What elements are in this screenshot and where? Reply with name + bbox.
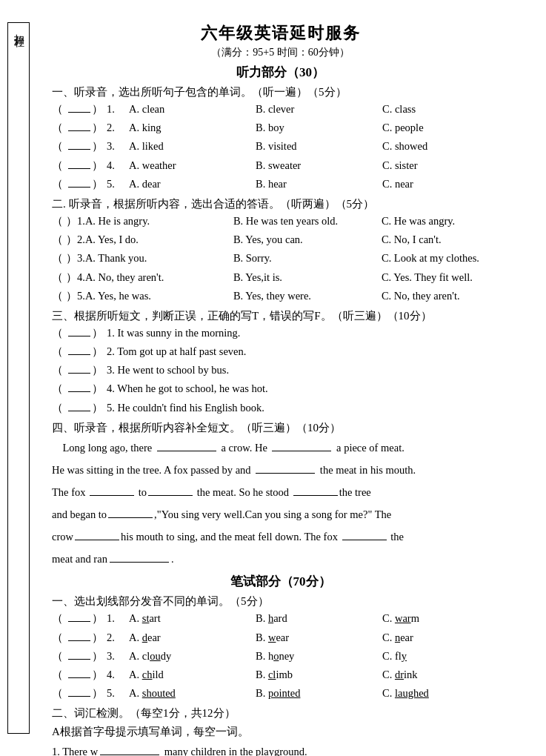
- p3-q4: （） 4. When he got to school, he was hot.: [52, 380, 509, 397]
- p5-q3: （） 3. A. cloudy B. honey C. fly: [52, 648, 509, 665]
- subtitle: （满分：95+5 时间：60分钟）: [52, 46, 509, 59]
- p3-q3: （） 3. He went to school by bus.: [52, 362, 509, 379]
- p3-q5: （） 5. He couldn't find his English book.: [52, 399, 509, 417]
- score-bar: 扣分栏: [7, 22, 30, 734]
- part1-title: 一、听录音，选出所听句子包含的单词。（听一遍）（5分）: [52, 85, 509, 99]
- part4-para3: The fox to the meat. So he stood the tre…: [52, 483, 509, 502]
- p5-q2: （） 2. A. dear B. wear C. near: [52, 629, 509, 646]
- main-title: 六年级英语延时服务: [52, 22, 509, 44]
- title-section: 六年级英语延时服务 （满分：95+5 时间：60分钟）: [52, 22, 509, 59]
- p2-q3: （） 3. A. Thank you. B. Sorry. C. Look at…: [52, 250, 509, 267]
- section1-title: 听力部分（30）: [52, 64, 509, 81]
- part6-q1: 1. There w many children in the playgrou…: [52, 742, 509, 756]
- part4-para6: meat and ran.: [52, 549, 509, 568]
- part3-title: 三、根据所听短文，判断正误，正确的写T，错误的写F。（听三遍）（10分）: [52, 309, 509, 323]
- section2-title: 笔试部分（70分）: [52, 573, 509, 590]
- p3-q2: （） 2. Tom got up at half past seven.: [52, 343, 509, 360]
- p3-q1: （） 1. It was sunny in the morning.: [52, 325, 509, 342]
- p2-q2: （） 2. A. Yes, I do. B. Yes, you can. C. …: [52, 231, 509, 248]
- p1-q3: （） 3. A. liked B. visited C. showed: [52, 138, 509, 155]
- p5-q4: （） 4. A. child B. climb C. drink: [52, 666, 509, 683]
- part4-para4: and began to,"You sing very well.Can you…: [52, 505, 509, 524]
- part4-title: 四、听录音，根据所听内容补全短文。（听三遍）（10分）: [52, 421, 509, 435]
- part4-para2: He was sitting in the tree. A fox passed…: [52, 460, 509, 480]
- p2-q4: （） 4. A. No, they aren't. B. Yes,it is. …: [52, 269, 509, 286]
- p1-q1: （） 1. A. clean B. clever C. class: [52, 101, 509, 118]
- part6-subtitle: A根据首字母提示填写单词，每空一词。: [52, 725, 509, 739]
- part4-para5: crowhis mouth to sing, and the meat fell…: [52, 527, 509, 546]
- p1-q2: （） 2. A. king B. boy C. people: [52, 119, 509, 136]
- p5-q1: （） 1. A. start B. hard C. warm: [52, 610, 509, 627]
- p5-q5: （） 5. A. shouted B. pointed C. laughed: [52, 685, 509, 702]
- p1-q5: （） 5. A. dear B. hear C. near: [52, 176, 509, 193]
- part2-title: 二. 听录音，根据所听内容，选出合适的答语。（听两遍）（5分）: [52, 197, 509, 211]
- part5-title: 一、选出划线部分发音不同的单词。（5分）: [52, 594, 509, 609]
- p1-q4: （） 4. A. weather B. sweater C. sister: [52, 157, 509, 174]
- part6-title: 二、词汇检测。（每空1分，共12分）: [52, 706, 509, 720]
- p2-q1: （） 1. A. He is angry. B. He was ten year…: [52, 213, 509, 230]
- p2-q5: （） 5. A. Yes, he was. B. Yes, they were.…: [52, 288, 509, 305]
- score-bar-label: 扣分栏: [12, 26, 25, 30]
- page-container: 扣分栏 六年级英语延时服务 （满分：95+5 时间：60分钟） 听力部分（30）…: [0, 0, 546, 756]
- part4-para1: Long long ago, there a crow. He a piece …: [52, 438, 509, 457]
